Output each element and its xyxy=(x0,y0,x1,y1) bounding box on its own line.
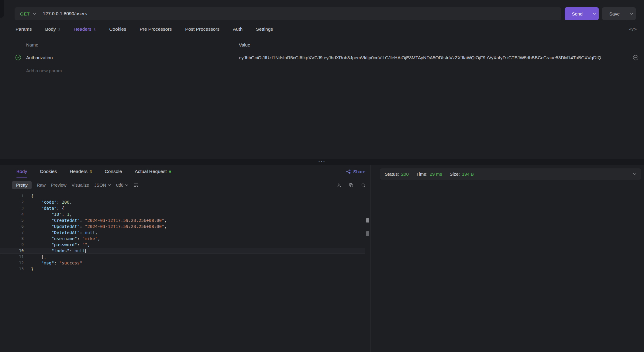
code-line-12[interactable]: 12 "msg": "success" xyxy=(0,260,365,266)
line-content: }, xyxy=(24,254,46,260)
code-line-11[interactable]: 11 }, xyxy=(0,254,365,260)
chevron-down-icon xyxy=(593,13,596,15)
add-param-row[interactable]: Add a new param xyxy=(0,64,644,77)
disable-header-icon[interactable] xyxy=(633,55,639,60)
share-label: Share xyxy=(353,169,365,174)
save-button-group: Save xyxy=(602,7,636,20)
table-row[interactable]: Authorization eyJhbGciOiJIUzI1NiIsInR5cC… xyxy=(0,51,644,64)
line-content: "UpdatedAt": "2024-03-12T17:59:23.256+08… xyxy=(24,223,167,229)
line-number: 1 xyxy=(0,193,24,199)
copy-response-icon[interactable] xyxy=(349,183,353,188)
format-select[interactable]: JSON xyxy=(94,183,111,188)
code-line-1[interactable]: 1{ xyxy=(0,193,365,199)
wrap-lines-icon[interactable] xyxy=(133,183,138,187)
tab-label: Actual Request xyxy=(135,169,167,174)
code-line-2[interactable]: 2 "code": 200, xyxy=(0,199,365,205)
share-icon xyxy=(346,169,351,174)
share-button[interactable]: Share xyxy=(346,169,365,174)
header-value-field[interactable]: eyJhbGciOiJIUzI1NiIsInR5cCI6IkpXVCJ9.eyJ… xyxy=(239,55,629,60)
tab-auth[interactable]: Auth xyxy=(233,23,243,35)
code-line-10[interactable]: 10 "todos": null xyxy=(0,248,365,254)
request-headers-table: Name Value Authorization eyJhbGciOiJIUzI… xyxy=(0,35,644,77)
minus-circle-icon xyxy=(633,55,639,60)
line-number: 8 xyxy=(0,236,24,242)
code-lines: 1{2 "code": 200,3 "data": {4 "ID": 1,5 "… xyxy=(0,193,365,272)
code-line-7[interactable]: 7 "DeletedAt": null, xyxy=(0,229,365,236)
view-raw-button[interactable]: Raw xyxy=(37,181,46,189)
code-line-8[interactable]: 8 "username": "mike", xyxy=(0,236,365,242)
tab-label: Cookies xyxy=(40,169,57,174)
collapse-meta-icon[interactable] xyxy=(633,173,636,175)
tab-label: Cookies xyxy=(109,26,126,32)
format-label: JSON xyxy=(94,183,106,188)
line-number: 6 xyxy=(0,223,24,229)
header-name-field[interactable]: Authorization xyxy=(26,55,239,60)
request-tabs: Params Body1 Headers1 Cookies Pre Proces… xyxy=(0,23,644,35)
request-bar: GET 127.0.0.1:8090/users Send Save xyxy=(0,0,644,23)
response-meta-bar: Status: 200 Time: 29 ms Size: 194 B xyxy=(380,168,641,180)
tab-post-processors[interactable]: Post Processors xyxy=(185,23,219,35)
size-value: 194 B xyxy=(462,171,474,177)
scrollbar-mark xyxy=(366,218,369,223)
tab-actual-request[interactable]: Actual Request xyxy=(135,165,171,178)
view-visualize-button[interactable]: Visualize xyxy=(71,181,89,189)
scrollbar-mark xyxy=(366,231,369,236)
editor-overview-ruler[interactable] xyxy=(366,192,370,352)
line-number: 2 xyxy=(0,199,24,205)
code-line-3[interactable]: 3 "data": { xyxy=(0,205,365,211)
url-bar[interactable]: GET 127.0.0.1:8090/users xyxy=(15,7,561,20)
code-line-13[interactable]: 13} xyxy=(0,266,365,272)
encoding-label: utf8 xyxy=(116,183,123,188)
tab-params[interactable]: Params xyxy=(15,23,32,35)
save-button[interactable]: Save xyxy=(602,7,627,20)
save-options-button[interactable] xyxy=(627,7,636,20)
tab-count: 1 xyxy=(58,27,60,31)
tab-label: Body xyxy=(16,169,27,174)
line-number: 3 xyxy=(0,205,24,211)
tab-body[interactable]: Body1 xyxy=(45,23,60,35)
tab-cookies[interactable]: Cookies xyxy=(109,23,126,35)
code-line-4[interactable]: 4 "ID": 1, xyxy=(0,211,365,217)
tab-label: Auth xyxy=(233,26,243,32)
tab-pre-processors[interactable]: Pre Processors xyxy=(139,23,172,35)
encoding-select[interactable]: utf8 xyxy=(116,183,128,188)
line-number: 7 xyxy=(0,229,24,236)
search-response-icon[interactable] xyxy=(361,183,366,188)
drag-handle-icon: ··· xyxy=(319,160,326,163)
line-content: "password": "", xyxy=(24,242,90,248)
send-button[interactable]: Send xyxy=(565,7,590,20)
response-viewer-pane: Body Cookies Headers3 Console Actual Req… xyxy=(0,165,371,352)
send-button-group: Send xyxy=(565,7,599,20)
tab-response-cookies[interactable]: Cookies xyxy=(40,165,57,178)
line-content: "DeletedAt": null, xyxy=(24,229,98,236)
line-content: "msg": "success" xyxy=(24,260,82,266)
chevron-down-icon xyxy=(630,13,633,15)
tab-label: Body xyxy=(45,26,56,32)
tab-response-body[interactable]: Body xyxy=(16,165,27,178)
column-header-name: Name xyxy=(26,42,239,47)
line-number: 5 xyxy=(0,217,24,223)
tab-response-console[interactable]: Console xyxy=(105,165,122,178)
header-enabled-cell[interactable] xyxy=(15,54,26,60)
code-line-9[interactable]: 9 "password": "", xyxy=(0,242,365,248)
method-select[interactable]: GET xyxy=(20,11,36,16)
view-preview-button[interactable]: Preview xyxy=(51,181,67,189)
line-number: 10 xyxy=(0,248,24,254)
send-options-button[interactable] xyxy=(590,7,599,20)
tab-response-headers[interactable]: Headers3 xyxy=(70,165,92,178)
tab-count: 1 xyxy=(94,27,96,31)
response-body-editor[interactable]: 1{2 "code": 200,3 "data": {4 "ID": 1,5 "… xyxy=(0,192,365,352)
pane-splitter[interactable]: ··· xyxy=(0,159,644,165)
url-input[interactable]: 127.0.0.1:8090/users xyxy=(43,11,87,16)
tab-headers[interactable]: Headers1 xyxy=(74,23,96,35)
download-response-icon[interactable] xyxy=(336,183,341,188)
tab-settings[interactable]: Settings xyxy=(256,23,273,35)
code-line-5[interactable]: 5 "CreatedAt": "2024-03-12T17:59:23.256+… xyxy=(0,217,365,223)
view-pretty-button[interactable]: Pretty xyxy=(12,181,32,189)
chevron-down-icon xyxy=(33,13,36,15)
line-content: "data": { xyxy=(24,205,64,211)
code-line-6[interactable]: 6 "UpdatedAt": "2024-03-12T17:59:23.256+… xyxy=(0,223,365,229)
generate-code-icon[interactable]: </> xyxy=(629,27,637,32)
status-value: 200 xyxy=(401,171,409,177)
line-number: 11 xyxy=(0,254,24,260)
